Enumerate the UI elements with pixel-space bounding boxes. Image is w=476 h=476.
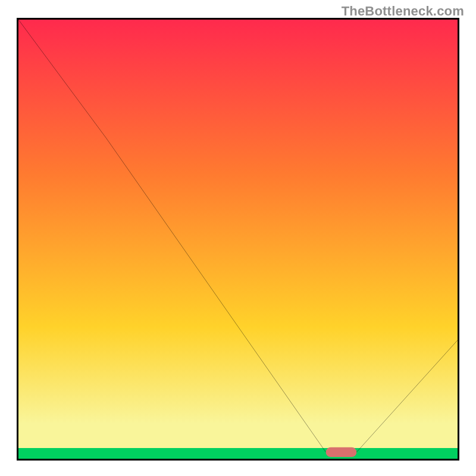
chart-svg	[18, 20, 458, 459]
watermark-text: TheBottleneck.com	[342, 4, 464, 19]
gradient-background	[18, 20, 458, 459]
chart-frame	[17, 18, 459, 461]
optimal-marker	[326, 447, 357, 457]
